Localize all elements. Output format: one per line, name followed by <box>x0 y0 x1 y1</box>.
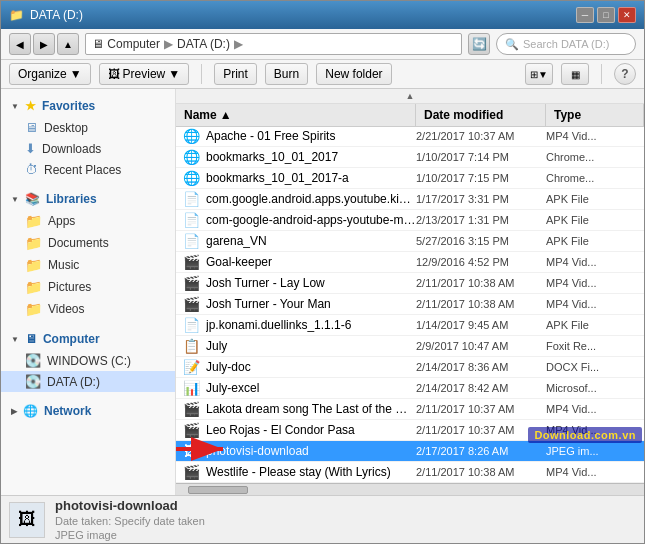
address-path[interactable]: 🖥 Computer ▶ DATA (D:) ▶ <box>85 33 462 55</box>
path-sep-2: ▶ <box>234 37 243 51</box>
file-name: July-doc <box>206 360 416 374</box>
network-section: ▶ 🌐 Network <box>1 400 175 422</box>
print-button[interactable]: Print <box>214 63 257 85</box>
sidebar-item-music[interactable]: 📁 Music <box>1 254 175 276</box>
sidebar-desktop-label: Desktop <box>44 121 88 135</box>
file-name: com-google-android-apps-youtube-ma... <box>206 213 416 227</box>
file-date: 12/9/2016 4:52 PM <box>416 256 546 268</box>
network-icon: 🌐 <box>23 404 38 418</box>
network-header[interactable]: ▶ 🌐 Network <box>1 400 175 422</box>
toolbar-separator-1 <box>201 64 202 84</box>
refresh-button[interactable]: 🔄 <box>468 33 490 55</box>
sidebar-item-data[interactable]: 💽 DATA (D:) <box>1 371 175 392</box>
file-type: MP4 Vid... <box>546 403 644 415</box>
table-row[interactable]: 🌐bookmarks_10_01_2017-a1/10/2017 7:15 PM… <box>176 168 644 189</box>
burn-button[interactable]: Burn <box>265 63 308 85</box>
scrollbar-thumb[interactable] <box>188 486 248 494</box>
table-row[interactable]: 🌐Apache - 01 Free Spirits2/21/2017 10:37… <box>176 127 644 147</box>
table-row[interactable]: 📄com-google-android-apps-youtube-ma...2/… <box>176 210 644 231</box>
back-button[interactable]: ◀ <box>9 33 31 55</box>
libraries-header[interactable]: ▼ 📚 Libraries <box>1 188 175 210</box>
table-row[interactable]: 🎬Josh Turner - Lay Low2/11/2017 10:38 AM… <box>176 273 644 294</box>
column-header-type[interactable]: Type <box>546 104 644 126</box>
help-button[interactable]: ? <box>614 63 636 85</box>
favorites-label: Favorites <box>42 99 95 113</box>
path-computer: 🖥 Computer <box>92 37 160 51</box>
file-type: DOCX Fi... <box>546 361 644 373</box>
file-icon: 🖼 <box>176 443 206 459</box>
sidebar-item-desktop[interactable]: 🖥 Desktop <box>1 117 175 138</box>
sidebar-item-pictures[interactable]: 📁 Pictures <box>1 276 175 298</box>
maximize-button[interactable]: □ <box>597 7 615 23</box>
sidebar-item-documents[interactable]: 📁 Documents <box>1 232 175 254</box>
libraries-label: Libraries <box>46 192 97 206</box>
file-name: Westlife - Please stay (With Lyrics) <box>206 465 416 479</box>
favorites-star-icon: ★ <box>25 99 36 113</box>
sidebar-item-downloads[interactable]: ⬇ Downloads <box>1 138 175 159</box>
computer-header[interactable]: ▼ 🖥 Computer <box>1 328 175 350</box>
file-name: com.google.android.apps.youtube.kids_... <box>206 192 416 206</box>
sidebar-documents-label: Documents <box>48 236 109 250</box>
preview-button[interactable]: 🖼 Preview ▼ <box>99 63 190 85</box>
file-type: JPEG im... <box>546 445 644 457</box>
table-row[interactable]: 📄garena_VN5/27/2016 3:15 PMAPK File <box>176 231 644 252</box>
file-icon: 📋 <box>176 338 206 354</box>
network-label: Network <box>44 404 91 418</box>
file-name: July <box>206 339 416 353</box>
sidebar-item-windows[interactable]: 💽 WINDOWS (C:) <box>1 350 175 371</box>
sidebar-item-recent[interactable]: ⏱ Recent Places <box>1 159 175 180</box>
file-type: APK File <box>546 193 644 205</box>
file-name: bookmarks_10_01_2017 <box>206 150 416 164</box>
sidebar-downloads-label: Downloads <box>42 142 101 156</box>
title-bar: 📁 DATA (D:) ─ □ ✕ <box>1 1 644 29</box>
minimize-button[interactable]: ─ <box>576 7 594 23</box>
forward-button[interactable]: ▶ <box>33 33 55 55</box>
sidebar-apps-label: Apps <box>48 214 75 228</box>
file-date: 2/14/2017 8:36 AM <box>416 361 546 373</box>
table-row[interactable]: 🎬Leo Rojas - El Condor Pasa2/11/2017 10:… <box>176 420 644 441</box>
table-row[interactable]: 🎬Westlife - Please stay (With Lyrics)2/1… <box>176 462 644 483</box>
table-row[interactable]: 🖼photovisi-download2/17/2017 8:26 AMJPEG… <box>176 441 644 462</box>
table-row[interactable]: 🎬Goal-keeper12/9/2016 4:52 PMMP4 Vid... <box>176 252 644 273</box>
horizontal-scrollbar[interactable] <box>176 483 644 495</box>
column-header-date[interactable]: Date modified <box>416 104 546 126</box>
organize-label: Organize <box>18 67 67 81</box>
sidebar-item-videos[interactable]: 📁 Videos <box>1 298 175 320</box>
table-row[interactable]: 🌐bookmarks_10_01_20171/10/2017 7:14 PMCh… <box>176 147 644 168</box>
file-icon: 📄 <box>176 191 206 207</box>
table-row[interactable]: 📝July-doc2/14/2017 8:36 AMDOCX Fi... <box>176 357 644 378</box>
table-row[interactable]: 🎬Josh Turner - Your Man2/11/2017 10:38 A… <box>176 294 644 315</box>
preview-pane-button[interactable]: ▦ <box>561 63 589 85</box>
main-area: ▼ ★ Favorites 🖥 Desktop ⬇ Downloads ⏱ Re… <box>1 89 644 495</box>
up-button[interactable]: ▲ <box>57 33 79 55</box>
search-box[interactable]: 🔍 Search DATA (D:) <box>496 33 636 55</box>
new-folder-button[interactable]: New folder <box>316 63 391 85</box>
window-title: DATA (D:) <box>30 8 83 22</box>
table-row[interactable]: 📄jp.konami.duellinks_1.1.1-61/14/2017 9:… <box>176 315 644 336</box>
file-area: ▲ Name ▲ Date modified Type 🌐Apache - 01… <box>176 89 644 495</box>
close-button[interactable]: ✕ <box>618 7 636 23</box>
file-name: jp.konami.duellinks_1.1.1-6 <box>206 318 416 332</box>
table-row[interactable]: 📋July2/9/2017 10:47 AMFoxit Re... <box>176 336 644 357</box>
sidebar-item-apps[interactable]: 📁 Apps <box>1 210 175 232</box>
file-type: MP4 Vid... <box>546 277 644 289</box>
organize-button[interactable]: Organize ▼ <box>9 63 91 85</box>
scroll-up-indicator[interactable]: ▲ <box>176 89 644 104</box>
nav-buttons: ◀ ▶ ▲ <box>9 33 79 55</box>
view-options-button[interactable]: ⊞▼ <box>525 63 553 85</box>
favorites-header[interactable]: ▼ ★ Favorites <box>1 95 175 117</box>
favorites-section: ▼ ★ Favorites 🖥 Desktop ⬇ Downloads ⏱ Re… <box>1 95 175 180</box>
table-row[interactable]: 🎬Lakota dream song The Last of the Mohi.… <box>176 399 644 420</box>
file-icon: 🎬 <box>176 464 206 480</box>
preview-label: Preview <box>123 67 166 81</box>
file-icon: 🎬 <box>176 275 206 291</box>
burn-label: Burn <box>274 67 299 81</box>
table-row[interactable]: 📄com.google.android.apps.youtube.kids_..… <box>176 189 644 210</box>
file-list[interactable]: 🌐Apache - 01 Free Spirits2/21/2017 10:37… <box>176 127 644 483</box>
status-bar: 🖼 photovisi-download Date taken: Specify… <box>1 495 644 543</box>
file-name: July-excel <box>206 381 416 395</box>
status-type: JPEG image <box>55 529 205 541</box>
column-header-name[interactable]: Name ▲ <box>176 104 416 126</box>
table-row[interactable]: 📊July-excel2/14/2017 8:42 AMMicrosof... <box>176 378 644 399</box>
file-icon: 🎬 <box>176 296 206 312</box>
